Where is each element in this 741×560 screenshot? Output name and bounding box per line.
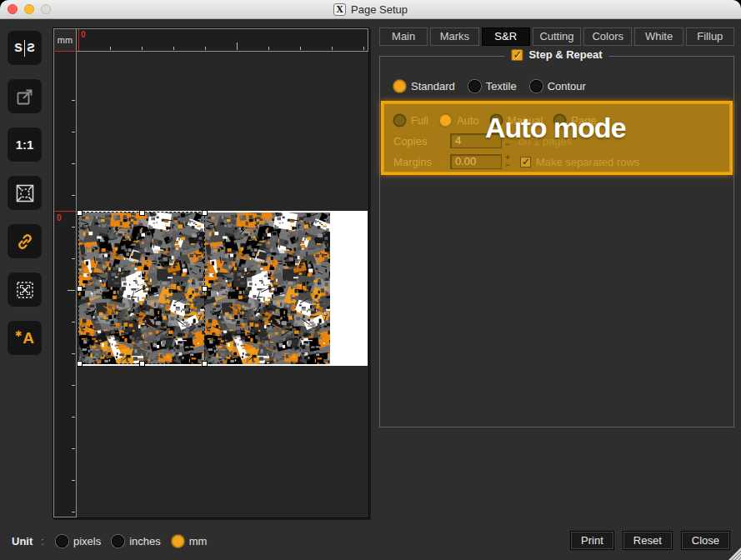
radio-standard[interactable]: Standard — [393, 80, 455, 92]
fit-selection-icon — [14, 182, 36, 204]
reset-button[interactable]: Reset — [623, 531, 673, 550]
radio-label-pixels: pixels — [73, 535, 101, 548]
radio-contour[interactable]: Contour — [530, 80, 586, 92]
selection-handle[interactable] — [77, 286, 83, 292]
radio-dot-pixels — [56, 535, 68, 548]
ruler-tick — [173, 47, 174, 50]
close-window-icon[interactable] — [8, 4, 18, 14]
h-ruler-origin-line — [78, 29, 79, 51]
window-title: Page Setup — [351, 3, 408, 16]
tab-white[interactable]: White — [634, 28, 683, 46]
radio-label-manual: Manual — [508, 114, 543, 127]
unit-label: Unit — [12, 535, 33, 548]
selection-handle[interactable] — [202, 286, 208, 292]
fit-selection-button[interactable] — [7, 175, 43, 211]
x11-app-icon: X — [333, 3, 346, 16]
ruler-tick — [142, 47, 143, 50]
step-and-repeat-label: Step & Repeat — [528, 48, 602, 61]
copies-input[interactable]: 4 — [450, 133, 502, 148]
copies-row: Copies : 4 + − on 1 pages — [393, 132, 730, 150]
ruler-tick — [68, 290, 75, 291]
tab-cutting[interactable]: Cutting — [533, 28, 581, 46]
ruler-tick — [268, 47, 269, 50]
mirror-tool-button[interactable]: ss — [7, 30, 43, 66]
margins-input[interactable]: 0.00 — [450, 154, 502, 169]
one-to-one-icon: 1:1 — [16, 138, 34, 152]
radio-dot-textile — [468, 80, 481, 92]
selection-handle[interactable] — [77, 210, 83, 216]
ruler-tick — [72, 195, 75, 196]
radio-dot-standard — [393, 80, 406, 92]
radio-dot-manual — [490, 114, 503, 127]
radio-page[interactable]: Page — [553, 114, 596, 127]
copies-decrease-icon[interactable]: − — [503, 141, 512, 148]
selection-rectangle[interactable] — [78, 212, 205, 364]
tab-marks[interactable]: Marks — [430, 28, 478, 46]
tab-colors[interactable]: Colors — [583, 28, 632, 46]
step-and-repeat-group: Step & Repeat StandardTextileContour Ful… — [379, 56, 734, 428]
title-bar: X Page Setup — [0, 0, 741, 19]
vertical-ruler[interactable]: 0 — [53, 52, 77, 518]
text-annotation-icon: ✱A — [15, 330, 34, 346]
export-image-icon — [15, 87, 35, 107]
preview-block: mm 0 0 — [53, 28, 369, 518]
radio-mm[interactable]: mm — [172, 535, 208, 548]
ruler-tick — [72, 353, 75, 354]
ruler-tick — [363, 47, 364, 50]
zoom-window-icon[interactable] — [41, 4, 51, 14]
selection-handle[interactable] — [202, 361, 208, 367]
margins-label: Margins — [393, 156, 438, 168]
tab-fillup[interactable]: Fillup — [686, 28, 734, 46]
radio-dot-auto — [439, 114, 452, 127]
margins-decrease-icon[interactable]: − — [503, 162, 512, 169]
radio-dot-contour — [530, 80, 543, 92]
radio-textile[interactable]: Textile — [468, 80, 517, 92]
radio-dot-inches — [112, 535, 124, 548]
text-annotation-button[interactable]: ✱A — [7, 320, 43, 356]
radio-inches[interactable]: inches — [112, 535, 161, 548]
step-and-repeat-checkbox[interactable] — [511, 49, 523, 61]
copies-spinner: + − — [503, 133, 512, 148]
selection-handle[interactable] — [139, 361, 145, 367]
tab-s-r[interactable]: S&R — [482, 28, 530, 46]
ruler-tick — [332, 47, 333, 50]
radio-pixels[interactable]: pixels — [56, 535, 101, 548]
close-button[interactable]: Close — [681, 531, 730, 550]
print-page[interactable] — [78, 211, 368, 366]
window-title-group: X Page Setup — [333, 3, 408, 16]
ruler-tick — [72, 100, 75, 101]
selection-handle[interactable] — [202, 210, 208, 216]
unit-radio-group: pixelsinchesmm — [56, 535, 208, 548]
link-icon — [14, 231, 36, 252]
layout-canvas[interactable] — [77, 52, 368, 518]
repeat-type-radio-group: StandardTextileContour — [393, 80, 586, 92]
selection-handle[interactable] — [77, 361, 83, 367]
ruler-tick — [205, 47, 206, 50]
margins-row: Margins : 0.00 + − Make separated rows — [393, 152, 730, 171]
ruler-tick — [72, 163, 75, 164]
radio-label-page: Page — [571, 114, 596, 127]
expand-area-button[interactable] — [7, 272, 43, 308]
radio-full[interactable]: Full — [393, 114, 428, 127]
link-size-button[interactable] — [7, 223, 43, 259]
mirror-text-icon: ss — [14, 39, 35, 57]
radio-auto[interactable]: Auto — [439, 114, 479, 127]
radio-label-auto: Auto — [457, 114, 479, 127]
make-separated-rows-label: Make separated rows — [536, 156, 639, 168]
ruler-unit-box: mm — [53, 28, 77, 52]
tab-main[interactable]: Main — [379, 28, 428, 46]
horizontal-ruler[interactable]: 0 — [77, 28, 368, 52]
minimize-window-icon[interactable] — [24, 4, 34, 14]
make-separated-rows-checkbox[interactable] — [520, 157, 531, 168]
settings-tab-bar: MainMarksS&RCuttingColorsWhiteFillup — [379, 28, 734, 46]
selection-handle[interactable] — [139, 210, 145, 216]
ruler-tick — [72, 258, 75, 259]
radio-manual[interactable]: Manual — [490, 114, 543, 127]
resize-grip[interactable] — [728, 548, 741, 560]
ruler-tick — [237, 42, 238, 50]
actual-size-button[interactable]: 1:1 — [7, 127, 43, 162]
print-button[interactable]: Print — [570, 531, 614, 550]
ruler-tick — [72, 512, 75, 512]
radio-label-full: Full — [411, 114, 428, 127]
export-image-button[interactable] — [7, 78, 43, 114]
